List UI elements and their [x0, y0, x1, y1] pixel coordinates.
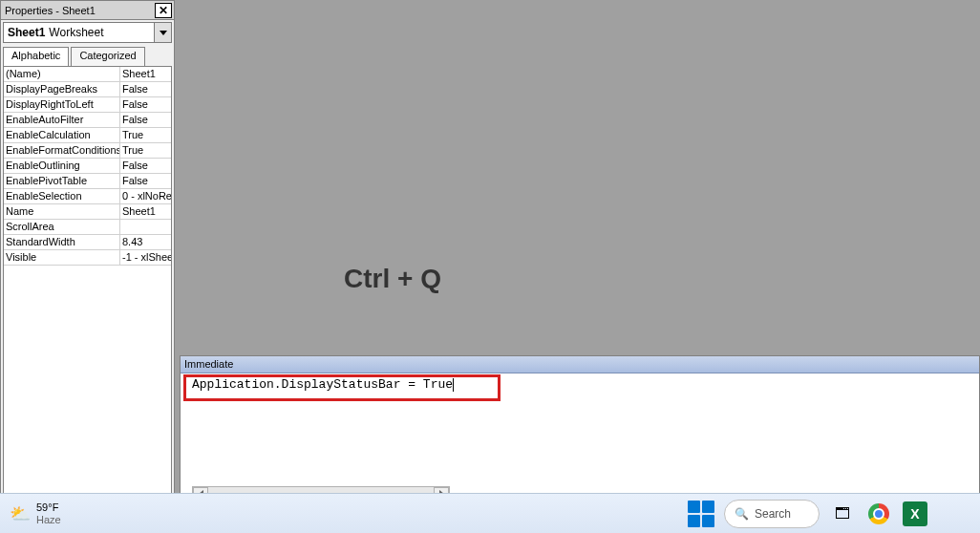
- hotkey-overlay: Ctrl + Q: [344, 264, 441, 294]
- property-key: EnableAutoFilter: [4, 113, 120, 127]
- property-row: NameSheet1: [4, 204, 171, 220]
- property-value[interactable]: 0 - xlNoRestrictions: [120, 189, 171, 203]
- immediate-code-text: Application.DisplayStatusBar = True: [192, 377, 453, 392]
- task-view-icon: 🗔: [835, 505, 850, 522]
- tab-alphabetic[interactable]: Alphabetic: [3, 47, 69, 66]
- property-value[interactable]: False: [120, 159, 171, 173]
- property-row: EnableCalculationTrue: [4, 128, 171, 143]
- properties-tabs: Alphabetic Categorized: [1, 45, 174, 66]
- weather-temp: 59°F: [36, 501, 61, 513]
- properties-object-type: Worksheet: [49, 26, 103, 39]
- dropdown-button[interactable]: [154, 23, 171, 42]
- property-row: EnableFormatConditionsCalculationTrue: [4, 143, 171, 159]
- start-button[interactable]: [688, 501, 714, 527]
- property-row: EnableSelection0 - xlNoRestrictions: [4, 189, 171, 204]
- property-key: DisplayPageBreaks: [4, 82, 120, 96]
- search-placeholder: Search: [755, 507, 791, 521]
- weather-widget[interactable]: ⛅ 59°F Haze: [10, 501, 61, 524]
- property-value[interactable]: True: [120, 143, 171, 158]
- property-key: StandardWidth: [4, 235, 120, 249]
- chrome-button[interactable]: [865, 501, 892, 527]
- property-key: EnableSelection: [4, 189, 120, 203]
- property-value[interactable]: Sheet1: [120, 204, 171, 219]
- task-view-button[interactable]: 🗔: [829, 501, 856, 527]
- immediate-title: Immediate: [181, 356, 979, 373]
- property-value[interactable]: Sheet1: [120, 67, 171, 81]
- property-row: Visible-1 - xlSheetVisible: [4, 250, 171, 266]
- excel-icon: X: [903, 501, 927, 526]
- properties-titlebar: Properties - Sheet1 ✕: [1, 1, 174, 20]
- property-value[interactable]: False: [120, 82, 171, 96]
- property-key: EnableOutlining: [4, 159, 120, 173]
- property-key: (Name): [4, 67, 120, 81]
- close-icon: ✕: [159, 5, 168, 16]
- properties-object-name: Sheet1: [8, 26, 45, 39]
- property-key: EnablePivotTable: [4, 174, 120, 188]
- property-value[interactable]: 8.43: [120, 235, 171, 249]
- taskbar: ⛅ 59°F Haze 🔍 Search 🗔 X: [0, 493, 980, 533]
- property-row: ScrollArea: [4, 220, 171, 235]
- properties-panel: Properties - Sheet1 ✕ Sheet1 Worksheet A…: [0, 0, 175, 501]
- property-row: EnablePivotTableFalse: [4, 174, 171, 189]
- property-key: EnableFormatConditionsCalculation: [4, 143, 120, 158]
- weather-icon: ⛅: [10, 503, 31, 524]
- property-key: ScrollArea: [4, 220, 120, 234]
- close-button[interactable]: ✕: [155, 3, 172, 18]
- property-value[interactable]: False: [120, 174, 171, 188]
- property-value[interactable]: False: [120, 113, 171, 127]
- property-row: StandardWidth8.43: [4, 235, 171, 250]
- taskbar-search[interactable]: 🔍 Search: [724, 500, 820, 528]
- properties-grid[interactable]: (Name)Sheet1 DisplayPageBreaksFalse Disp…: [3, 66, 172, 499]
- chrome-icon: [868, 503, 889, 524]
- text-cursor: [453, 378, 454, 392]
- property-row: (Name)Sheet1: [4, 67, 171, 82]
- code-area-background: [180, 0, 980, 353]
- property-key: DisplayRightToLeft: [4, 97, 120, 112]
- property-key: Name: [4, 204, 120, 219]
- property-row: DisplayPageBreaksFalse: [4, 82, 171, 97]
- property-value[interactable]: -1 - xlSheetVisible: [120, 250, 171, 265]
- search-icon: 🔍: [735, 507, 749, 521]
- immediate-window: Immediate Application.DisplayStatusBar =…: [180, 355, 980, 504]
- tab-categorized[interactable]: Categorized: [71, 47, 144, 66]
- property-row: EnableOutliningFalse: [4, 159, 171, 174]
- property-value[interactable]: True: [120, 128, 171, 142]
- properties-object-select[interactable]: Sheet1 Worksheet: [3, 22, 172, 43]
- property-value[interactable]: [120, 220, 171, 234]
- property-row: EnableAutoFilterFalse: [4, 113, 171, 128]
- immediate-input[interactable]: Application.DisplayStatusBar = True: [181, 373, 979, 503]
- property-key: Visible: [4, 250, 120, 265]
- chevron-down-icon: [160, 31, 167, 35]
- properties-title-text: Properties - Sheet1: [3, 5, 155, 16]
- weather-condition: Haze: [36, 514, 61, 525]
- property-value[interactable]: False: [120, 97, 171, 112]
- property-key: EnableCalculation: [4, 128, 120, 142]
- excel-button[interactable]: X: [902, 501, 928, 527]
- property-row: DisplayRightToLeftFalse: [4, 97, 171, 113]
